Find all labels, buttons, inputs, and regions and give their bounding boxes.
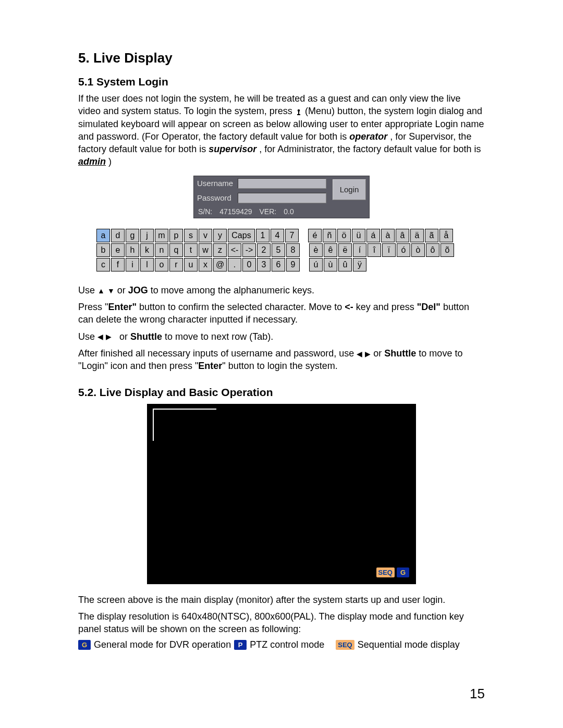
key[interactable]: ü [352,229,365,242]
key[interactable]: t [184,243,198,257]
username-input[interactable] [238,178,326,189]
key[interactable]: d [111,229,125,242]
key[interactable]: 1 [256,229,270,242]
key[interactable]: ñ [323,229,336,242]
text: button to confirm the selected character… [139,302,345,312]
key[interactable]: i [126,258,139,272]
menu-key-icon [295,108,302,116]
virtual-keyboard: a d g j m p s v y Caps 1 4 7 é ñ ö ü á à… [96,229,467,272]
login-dialog: Username Password Login S/N: 47159429 VE… [193,176,370,218]
key[interactable]: ê [324,243,337,257]
key[interactable]: m [155,229,168,242]
key[interactable]: q [169,243,183,257]
key[interactable]: n [155,243,168,257]
key-dot[interactable]: . [228,258,241,272]
key[interactable]: k [140,243,154,257]
key[interactable]: ã [425,229,438,242]
instruction-shuttle: Use ◀ ▶ or Shuttle to move to next row (… [78,330,485,343]
text-back-key: <- [345,302,353,312]
heading-system-login: 5.1 System Login [78,76,485,88]
key[interactable]: 5 [272,243,285,257]
key[interactable]: ó [397,243,410,257]
text: or [117,285,128,295]
ver-value: 0.0 [284,207,293,216]
key[interactable]: í [353,243,366,257]
key[interactable]: c [96,258,110,272]
text: key and press [356,302,417,312]
key[interactable]: ö [337,229,351,242]
key-at[interactable]: @ [213,258,227,272]
legend-p-text: PTZ control mode [250,639,324,650]
text-shuttle: Shuttle [384,348,416,359]
key[interactable]: o [155,258,168,272]
key[interactable]: 2 [257,243,271,257]
key[interactable]: 0 [242,258,256,272]
display-frame-icon [153,409,216,441]
key[interactable]: w [199,243,212,257]
key[interactable]: j [140,229,154,242]
key[interactable]: â [396,229,409,242]
key[interactable]: y [213,229,227,242]
key[interactable]: p [169,229,183,242]
key[interactable]: ú [309,258,323,272]
key[interactable]: 8 [286,243,300,257]
login-button[interactable]: Login [333,179,366,200]
text: After finished all necessary inputs of u… [78,348,357,359]
key-caps[interactable]: Caps [228,229,255,242]
key[interactable]: è [309,243,323,257]
key[interactable]: ï [382,243,396,257]
key[interactable]: b [96,243,110,257]
key[interactable]: g [126,229,139,242]
key[interactable]: x [199,258,212,272]
key[interactable]: û [338,258,352,272]
instruction-login: After finished all necessary inputs of u… [78,347,485,373]
key[interactable]: 4 [271,229,284,242]
key[interactable]: à [381,229,395,242]
key-a[interactable]: a [96,229,110,242]
key[interactable]: é [308,229,322,242]
key[interactable]: 7 [285,229,299,242]
text-jog: JOG [128,285,148,295]
key[interactable]: u [184,258,198,272]
key[interactable]: ÿ [353,258,366,272]
text: or [373,348,384,359]
key[interactable]: e [111,243,125,257]
key[interactable]: 9 [286,258,300,272]
key[interactable]: á [366,229,380,242]
text: Use [78,331,97,342]
text-del: "Del" [417,302,440,312]
key[interactable]: ò [411,243,425,257]
key[interactable]: v [199,229,212,242]
keyboard-row-3: c f i l o r u x @ . 0 3 6 9 ú ù û ÿ [96,258,467,272]
key[interactable]: ä [410,229,424,242]
key[interactable]: h [126,243,139,257]
password-input[interactable] [238,193,326,203]
key-backspace[interactable]: <- [228,243,241,257]
key[interactable]: 6 [272,258,285,272]
key-forward[interactable]: -> [242,243,256,257]
key[interactable]: å [439,229,453,242]
password-label: Password [197,193,238,202]
text: ) [108,156,112,167]
text-operator: operator [349,131,387,142]
username-label: Username [197,179,238,188]
key[interactable]: ë [338,243,352,257]
text: to move among the alphanumeric keys. [151,285,314,295]
text: to move to next row (Tab). [165,331,273,342]
key[interactable]: ô [426,243,439,257]
key[interactable]: ù [324,258,337,272]
keyboard-row-2: b e h k n q t w z <- -> 2 5 8 è ê ë í î … [96,243,467,257]
key[interactable]: 3 [257,258,271,272]
key[interactable]: s [184,229,198,242]
key[interactable]: î [368,243,381,257]
key[interactable]: l [140,258,154,272]
key[interactable]: z [213,243,227,257]
svg-rect-1 [298,111,299,115]
down-arrow-icon: ▼ [107,286,115,296]
key[interactable]: r [169,258,183,272]
main-display-screenshot: SEQ G [147,404,416,584]
key[interactable]: õ [440,243,454,257]
keyboard-row-1: a d g j m p s v y Caps 1 4 7 é ñ ö ü á à… [96,229,467,242]
p-badge-icon: P [234,640,247,650]
key[interactable]: f [111,258,125,272]
